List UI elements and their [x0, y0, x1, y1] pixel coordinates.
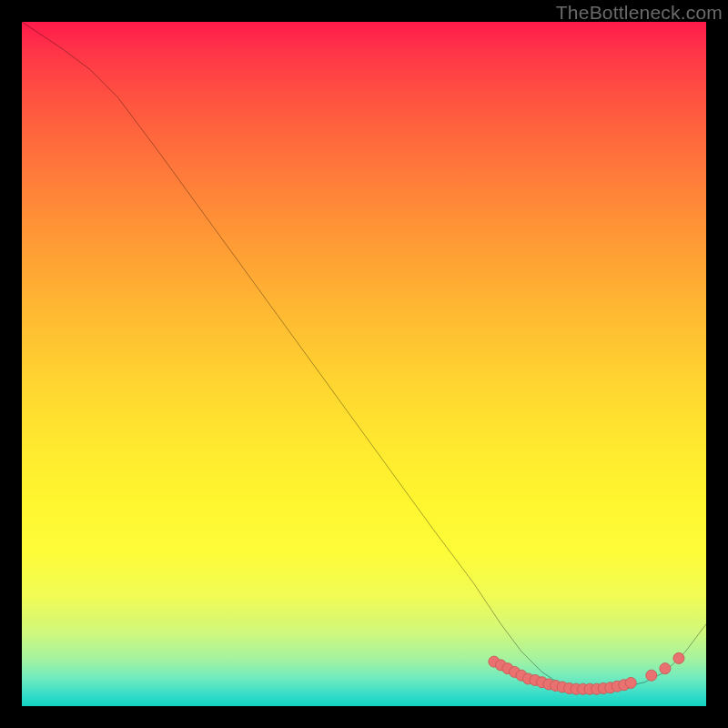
watermark-text: TheBottleneck.com [556, 2, 723, 24]
curve-markers [489, 652, 684, 694]
curve-marker [646, 670, 657, 681]
curve-marker [660, 663, 671, 674]
curve-marker [673, 652, 684, 663]
curve-marker [625, 677, 636, 688]
page-frame: TheBottleneck.com [0, 0, 728, 728]
chart-overlay [22, 22, 706, 706]
plot-area [22, 22, 706, 706]
bottleneck-curve [22, 22, 706, 689]
